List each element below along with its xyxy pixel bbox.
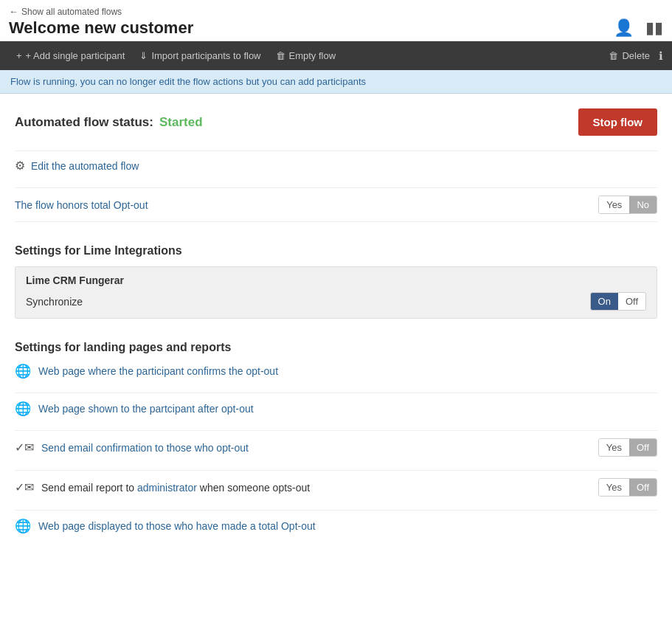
landing-pages-heading: Settings for landing pages and reports: [15, 341, 657, 354]
globe-icon-0: 🌐: [15, 363, 31, 379]
add-participant-label: + Add single participant: [26, 50, 125, 61]
lime-toggle-off[interactable]: Off: [618, 293, 645, 310]
delete-label: Delete: [622, 50, 650, 61]
stop-flow-button[interactable]: Stop flow: [578, 108, 658, 136]
toolbar: + + Add single participant ⇓ Import part…: [0, 41, 672, 70]
lime-sync-row: Synchronize On Off: [26, 292, 646, 311]
globe-icon-1: 🌐: [15, 401, 31, 417]
opt-out-label[interactable]: The flow honors total Opt-out: [15, 199, 148, 211]
import-label: Import participants to flow: [151, 50, 260, 61]
landing-item-text-4[interactable]: Web page displayed to those who have mad…: [38, 520, 316, 532]
banner-text: Flow is running, you can no longer edit …: [10, 76, 366, 87]
landing-item-0: 🌐 Web page where the participant confirm…: [15, 363, 657, 379]
delete-button[interactable]: 🗑 Delete: [609, 50, 650, 61]
empty-icon: 🗑: [276, 50, 285, 61]
lime-integrations-heading: Settings for Lime Integrations: [15, 244, 657, 257]
page-title: Welcome new customer: [9, 18, 193, 38]
opt-out-toggle-no[interactable]: No: [629, 196, 657, 213]
landing-item-3: ✓✉ Send email report to administrator wh…: [15, 478, 657, 497]
email-icon-3: ✓✉: [15, 480, 34, 494]
empty-flow-button[interactable]: 🗑 Empty flow: [269, 47, 344, 64]
opt-out-toggle-yes[interactable]: Yes: [599, 196, 629, 213]
delete-icon: 🗑: [609, 50, 618, 61]
email-report-toggle-on[interactable]: Yes: [599, 479, 629, 496]
landing-item-2: ✓✉ Send email confirmation to those who …: [15, 438, 657, 457]
lime-sync-label: Synchronize: [26, 296, 83, 308]
status-label: Automated flow status:: [15, 115, 153, 130]
opt-out-row: The flow honors total Opt-out Yes No: [15, 196, 657, 222]
landing-item-1: 🌐 Web page shown to the partcipant after…: [15, 401, 657, 417]
edit-flow-row[interactable]: ⚙ Edit the automated flow: [15, 159, 657, 173]
info-banner: Flow is running, you can no longer edit …: [0, 70, 672, 94]
landing-item-text-1[interactable]: Web page shown to the partcipant after o…: [38, 403, 254, 415]
add-participant-button[interactable]: + + Add single participant: [9, 47, 132, 64]
email-report-toggle[interactable]: Yes Off: [598, 478, 657, 497]
globe-icon-4: 🌐: [15, 518, 31, 534]
landing-item-text-0[interactable]: Web page where the participant confirms …: [38, 365, 278, 377]
back-link-label: Show all automated flows: [21, 7, 122, 17]
landing-pages-section: Settings for landing pages and reports 🌐…: [15, 341, 657, 534]
lime-sync-toggle[interactable]: On Off: [590, 292, 646, 311]
lime-box-title: Lime CRM Fungerar: [26, 274, 646, 286]
email-icon-2: ✓✉: [15, 440, 34, 454]
lime-box: Lime CRM Fungerar Synchronize On Off: [15, 266, 657, 319]
landing-item-text-3: Send email report to administrator when …: [41, 482, 310, 494]
email-confirmation-toggle[interactable]: Yes Off: [598, 438, 657, 457]
chart-icon[interactable]: ▮▮: [645, 18, 663, 38]
lime-toggle-on[interactable]: On: [591, 293, 618, 310]
email-confirm-toggle-on[interactable]: Yes: [599, 439, 629, 456]
add-icon: +: [16, 50, 22, 61]
opt-out-toggle[interactable]: Yes No: [598, 196, 657, 214]
info-icon[interactable]: ℹ: [659, 49, 663, 63]
user-icon[interactable]: 👤: [614, 18, 634, 38]
email-report-toggle-off[interactable]: Off: [629, 479, 657, 496]
status-row: Automated flow status: Started Stop flow: [15, 108, 657, 136]
empty-label: Empty flow: [289, 50, 336, 61]
administrator-link[interactable]: administrator: [137, 482, 197, 494]
email-confirm-toggle-off[interactable]: Off: [629, 439, 657, 456]
gear-icon: ⚙: [15, 159, 25, 173]
edit-flow-link[interactable]: Edit the automated flow: [31, 160, 139, 172]
back-link[interactable]: ← Show all automated flows: [9, 6, 663, 17]
status-value: Started: [159, 115, 203, 130]
back-arrow-icon: ←: [9, 6, 18, 17]
import-participants-button[interactable]: ⇓ Import participants to flow: [132, 47, 268, 64]
landing-item-text-2[interactable]: Send email confirmation to those who opt…: [41, 442, 249, 454]
import-icon: ⇓: [139, 50, 148, 61]
landing-item-4: 🌐 Web page displayed to those who have m…: [15, 518, 657, 534]
